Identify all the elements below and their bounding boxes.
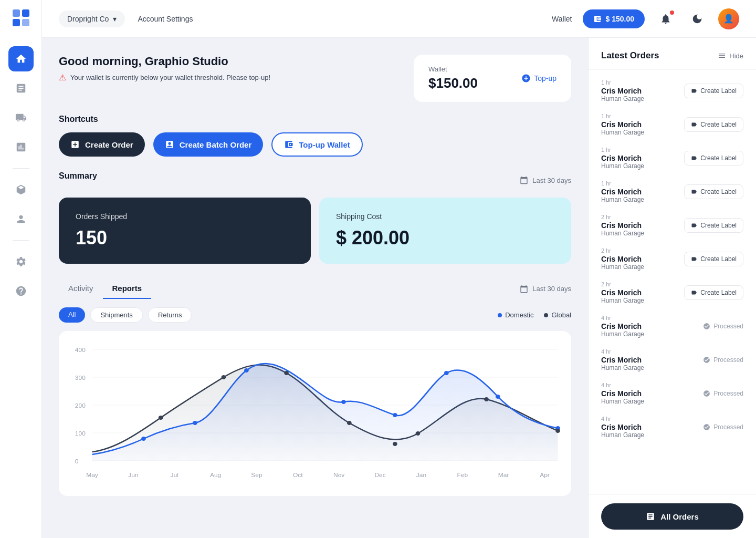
pill-shipments[interactable]: Shipments bbox=[90, 307, 142, 323]
order-name: Cris Morich bbox=[601, 154, 644, 162]
notification-icon-btn[interactable] bbox=[655, 8, 676, 29]
order-name: Cris Morich bbox=[601, 188, 644, 196]
order-time: 4 hr bbox=[601, 348, 644, 355]
tab-activity[interactable]: Activity bbox=[59, 278, 103, 299]
svg-point-22 bbox=[159, 416, 163, 420]
create-label-button[interactable]: Create Label bbox=[684, 184, 743, 199]
order-time: 2 hr bbox=[601, 214, 644, 220]
summary-date-label: Last 30 days bbox=[532, 177, 571, 184]
svg-point-14 bbox=[141, 437, 146, 441]
svg-point-23 bbox=[222, 375, 226, 379]
pill-all[interactable]: All bbox=[59, 307, 85, 323]
order-action: Create Label bbox=[684, 184, 743, 199]
greeting-left: Good morning, Graphio Studio ⚠ Your wall… bbox=[59, 55, 270, 82]
create-order-button[interactable]: Create Order bbox=[59, 132, 145, 157]
topup-button[interactable]: Top-up bbox=[521, 74, 556, 83]
order-time: 4 hr bbox=[601, 382, 644, 388]
hide-label: Hide bbox=[729, 52, 743, 60]
order-action: Processed bbox=[703, 323, 743, 330]
order-company: Human Garage bbox=[601, 364, 644, 371]
user-avatar[interactable]: 👤 bbox=[718, 8, 739, 29]
greeting-row: Good morning, Graphio Studio ⚠ Your wall… bbox=[59, 55, 571, 102]
greeting-warning: ⚠ Your wallet is currently below your wa… bbox=[59, 73, 270, 82]
shortcuts-row: Create Order Create Batch Order Top-up W… bbox=[59, 132, 571, 157]
divider-2 bbox=[13, 240, 29, 241]
sidebar-item-orders[interactable] bbox=[8, 76, 34, 101]
chart-date-filter[interactable]: Last 30 days bbox=[520, 285, 571, 293]
pill-returns[interactable]: Returns bbox=[148, 307, 192, 323]
svg-point-18 bbox=[393, 413, 397, 417]
svg-text:Aug: Aug bbox=[210, 472, 221, 478]
svg-text:Oct: Oct bbox=[293, 472, 303, 478]
create-batch-order-button[interactable]: Create Batch Order bbox=[153, 132, 264, 157]
svg-text:Mar: Mar bbox=[498, 472, 509, 478]
sidebar-item-packages[interactable] bbox=[8, 177, 34, 202]
svg-point-17 bbox=[341, 400, 346, 404]
create-label-button[interactable]: Create Label bbox=[684, 151, 743, 165]
svg-point-28 bbox=[393, 442, 397, 446]
svg-text:Jan: Jan bbox=[416, 472, 426, 478]
order-name: Cris Morich bbox=[601, 322, 644, 330]
order-time: 2 hr bbox=[601, 247, 644, 254]
create-label-button[interactable]: Create Label bbox=[684, 117, 743, 132]
summary-date-filter[interactable]: Last 30 days bbox=[520, 176, 571, 184]
sidebar-item-reports[interactable] bbox=[8, 134, 34, 160]
hide-panel-button[interactable]: Hide bbox=[718, 51, 743, 60]
orders-list: 1 hr Cris Morich Human Garage Create Lab… bbox=[589, 70, 756, 494]
order-time: 2 hr bbox=[601, 281, 644, 287]
account-settings-link[interactable]: Account Settings bbox=[138, 15, 193, 23]
processed-badge: Processed bbox=[703, 390, 743, 397]
order-company: Human Garage bbox=[601, 129, 644, 136]
shipping-cost-label: Shipping Cost bbox=[336, 212, 554, 221]
order-action: Create Label bbox=[684, 151, 743, 165]
create-label-button[interactable]: Create Label bbox=[684, 218, 743, 233]
order-list-item: 1 hr Cris Morich Human Garage Create Lab… bbox=[589, 175, 756, 209]
pill-group: All Shipments Returns bbox=[59, 307, 192, 323]
sidebar-item-home[interactable] bbox=[8, 46, 34, 71]
wallet-balance-button[interactable]: $ 150.00 bbox=[583, 9, 645, 28]
order-company: Human Garage bbox=[601, 398, 644, 405]
create-label-button[interactable]: Create Label bbox=[684, 252, 743, 266]
order-action: Processed bbox=[703, 390, 743, 397]
order-info: 2 hr Cris Morich Human Garage bbox=[601, 214, 644, 237]
sidebar-item-help[interactable] bbox=[8, 278, 34, 304]
topup-wallet-button[interactable]: Top-up Wallet bbox=[271, 132, 362, 157]
wallet-card-info: Wallet $150.00 bbox=[428, 65, 478, 91]
sidebar-item-users[interactable] bbox=[8, 206, 34, 232]
summary-header: Summary Last 30 days bbox=[59, 171, 571, 189]
topup-label: Top-up bbox=[534, 74, 556, 82]
greeting-title: Good morning, Graphio Studio bbox=[59, 55, 270, 68]
theme-toggle-btn[interactable] bbox=[687, 8, 708, 29]
order-company: Human Garage bbox=[601, 330, 644, 338]
svg-text:Apr: Apr bbox=[540, 472, 550, 478]
all-orders-button[interactable]: All Orders bbox=[601, 503, 743, 530]
tab-reports[interactable]: Reports bbox=[103, 278, 152, 299]
order-list-item: 1 hr Cris Morich Human Garage Create Lab… bbox=[589, 74, 756, 108]
chevron-down-icon: ▾ bbox=[113, 15, 117, 23]
main-wrap: Dropright Co ▾ Account Settings Wallet $… bbox=[42, 0, 756, 538]
order-list-item: 4 hr Cris Morich Human Garage Processed bbox=[589, 343, 756, 377]
right-panel: Latest Orders Hide 1 hr Cris Morich Huma… bbox=[588, 38, 756, 538]
create-label-button[interactable]: Create Label bbox=[684, 84, 743, 98]
svg-text:Jul: Jul bbox=[171, 472, 178, 478]
svg-rect-0 bbox=[13, 9, 20, 17]
logo[interactable] bbox=[12, 8, 30, 29]
order-time: 4 hr bbox=[601, 315, 644, 321]
order-info: 1 hr Cris Morich Human Garage bbox=[601, 113, 644, 136]
divider-1 bbox=[13, 168, 29, 169]
chart-date-label: Last 30 days bbox=[532, 285, 571, 293]
order-list-item: 1 hr Cris Morich Human Garage Create Lab… bbox=[589, 141, 756, 175]
processed-badge: Processed bbox=[703, 423, 743, 431]
legend-domestic: Domestic bbox=[498, 311, 533, 319]
sidebar-item-settings[interactable] bbox=[8, 249, 34, 274]
order-company: Human Garage bbox=[601, 431, 644, 439]
order-action: Processed bbox=[703, 356, 743, 364]
order-name: Cris Morich bbox=[601, 423, 644, 431]
svg-text:400: 400 bbox=[75, 347, 86, 353]
sidebar-item-shipping[interactable] bbox=[8, 105, 34, 130]
create-label-button[interactable]: Create Label bbox=[684, 285, 743, 300]
order-info: 1 hr Cris Morich Human Garage bbox=[601, 79, 644, 102]
company-selector[interactable]: Dropright Co ▾ bbox=[59, 11, 125, 27]
orders-shipped-value: 150 bbox=[76, 227, 294, 249]
legend-global: Global bbox=[544, 311, 571, 319]
